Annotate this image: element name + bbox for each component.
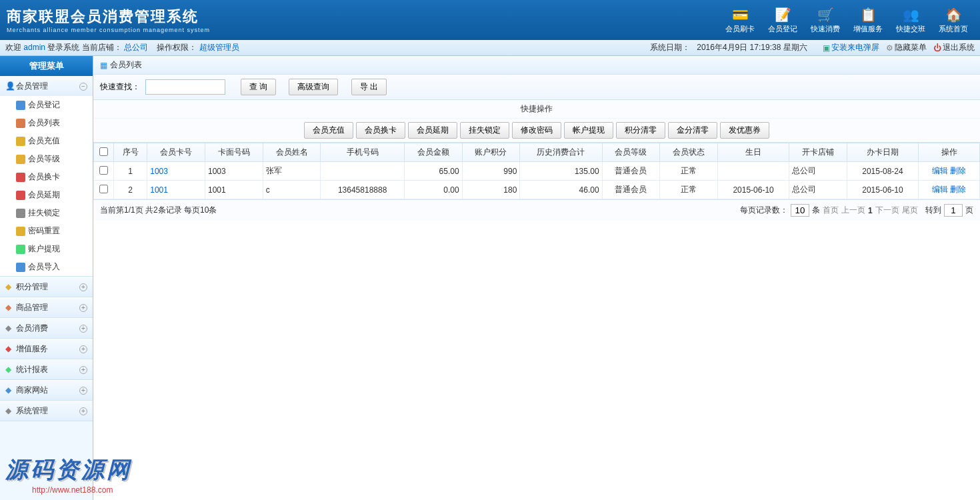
pager-current: 1 [868,206,873,215]
quick-op-button[interactable]: 金分清零 [668,122,717,139]
list-icon: ▦ [100,61,107,70]
menu-header[interactable]: ◆统计报表+ [0,359,93,379]
table-header-cell: 会员状态 [660,143,718,162]
table-header-cell: 开卡店铺 [789,143,847,162]
collapse-icon: − [79,83,87,91]
menu-item-icon [16,263,25,272]
adv-query-button[interactable]: 高级查询 [289,79,338,95]
power-icon: ⏻ [933,43,941,53]
cell-card-link[interactable]: 1003 [150,167,168,176]
header-nav-item[interactable]: 👥快捷交班 [891,4,931,35]
menu-item-icon [16,245,25,254]
cell-ops: 编辑 删除 [919,162,980,181]
quick-op-button[interactable]: 会员充值 [304,122,353,139]
per-page-input[interactable] [791,204,809,217]
table-header-cell: 生日 [718,143,789,162]
quick-op-button[interactable]: 修改密码 [512,122,561,139]
table-header-cell: 会员金额 [404,143,462,162]
group-label: 统计报表 [16,365,48,374]
quick-op-button[interactable]: 会员换卡 [356,122,405,139]
nav-icon: 🏠 [944,5,963,24]
sidebar-item[interactable]: 会员列表 [0,114,93,132]
search-input[interactable] [145,79,225,95]
header-nav-item[interactable]: 📋增值服务 [848,4,888,35]
edit-link[interactable]: 编辑 [932,166,948,175]
monitor-icon: ▣ [823,43,830,53]
table-header-cell: 历史消费合计 [520,143,602,162]
edit-link[interactable]: 编辑 [932,185,948,194]
header-nav-item[interactable]: 📝会员登记 [763,4,803,35]
quick-op-button[interactable]: 积分清零 [616,122,665,139]
menu-item-label: 会员登记 [28,99,60,111]
sidebar-item[interactable]: 密码重置 [0,222,93,240]
select-all-checkbox[interactable] [99,147,108,156]
table-header-cell: 账户积分 [462,143,520,162]
menu-header[interactable]: ◆商品管理+ [0,297,93,317]
nav-icon: 🛒 [816,5,835,24]
row-checkbox[interactable] [99,185,108,193]
cell-card-link[interactable]: 1001 [150,185,168,195]
goto-input[interactable] [944,204,963,217]
quick-ops: 快捷操作 会员充值会员换卡会员延期挂失锁定修改密码帐户提现积分清零金分清零发优惠… [93,100,980,143]
quick-op-button[interactable]: 帐户提现 [564,122,613,139]
menu-header[interactable]: ◆增值服务+ [0,339,93,359]
menu-header[interactable]: ◆商家网站+ [0,380,93,400]
sidebar-item[interactable]: 会员登记 [0,96,93,114]
goto-unit: 页 [965,205,973,216]
sidebar-item[interactable]: 挂失锁定 [0,204,93,222]
table-header-cell [94,143,114,162]
header-nav-item[interactable]: 🛒快速消费 [805,4,845,35]
table-header-row: 序号会员卡号卡面号码会员姓名手机号码会员金额账户积分历史消费合计会员等级会员状态… [94,143,980,162]
menu-item-label: 会员列表 [28,117,60,129]
expand-icon: + [79,304,87,312]
table-body: 1 1003 1003 张军 65.00 990 135.00 普通会员 正常 … [94,162,980,199]
sidebar-item[interactable]: 账户提现 [0,240,93,258]
sidebar-item[interactable]: 会员导入 [0,258,93,276]
per-page-label: 每页记录数： [740,205,788,216]
menu-header-member[interactable]: 👤会员管理 − [0,76,93,96]
expand-icon: + [79,345,87,353]
row-checkbox[interactable] [99,166,108,175]
header-nav-item[interactable]: 💳会员刷卡 [720,4,760,35]
cell-total: 46.00 [520,181,602,199]
app-header: 商家联盟会员消费管理系统 Merchants alliance member c… [0,0,980,40]
current-store[interactable]: 总公司 [124,43,148,52]
delete-link[interactable]: 删除 [950,166,966,175]
sidebar-item[interactable]: 会员充值 [0,132,93,150]
logout-link[interactable]: ⏻ 退出系统 [933,42,975,53]
sidebar-item[interactable]: 会员等级 [0,150,93,168]
menu-item-icon [16,209,25,218]
perm-label: 操作权限： [157,43,197,52]
nav-label: 会员刷卡 [725,24,755,34]
table-header-cell: 手机号码 [321,143,404,162]
expand-icon: + [79,387,87,395]
cell-points: 180 [462,181,520,199]
cell-status: 正常 [660,162,718,181]
menu-header[interactable]: ◆会员消费+ [0,318,93,338]
quick-op-button[interactable]: 会员延期 [408,122,457,139]
current-role[interactable]: 超级管理员 [199,43,239,52]
export-button[interactable]: 导 出 [351,79,387,95]
sidebar-item[interactable]: 会员延期 [0,186,93,204]
menu-header[interactable]: ◆积分管理+ [0,277,93,297]
current-user[interactable]: admin [23,43,45,52]
install-link[interactable]: ▣ 安装来电弹屏 [823,42,879,53]
delete-link[interactable]: 删除 [950,185,966,194]
expand-icon: + [79,407,87,415]
nav-label: 会员登记 [768,24,797,34]
cell-level: 普通会员 [602,181,660,199]
hide-menu-link[interactable]: ⚙ 隐藏菜单 [886,42,927,53]
cell-status: 正常 [660,181,718,199]
search-label: 快速查找： [100,81,140,93]
pager-last[interactable]: 尾页 [902,205,918,216]
header-nav-item[interactable]: 🏠系统首页 [933,4,973,35]
pager-next[interactable]: 下一页 [875,205,899,216]
pager-prev[interactable]: 上一页 [841,205,865,216]
sidebar-item[interactable]: 会员换卡 [0,168,93,186]
quick-op-button[interactable]: 发优惠券 [720,122,769,139]
pager-first[interactable]: 首页 [823,205,839,216]
quick-op-button[interactable]: 挂失锁定 [460,122,509,139]
cell-face: 1003 [205,162,263,181]
menu-header[interactable]: ◆系统管理+ [0,401,93,421]
query-button[interactable]: 查 询 [241,79,276,95]
